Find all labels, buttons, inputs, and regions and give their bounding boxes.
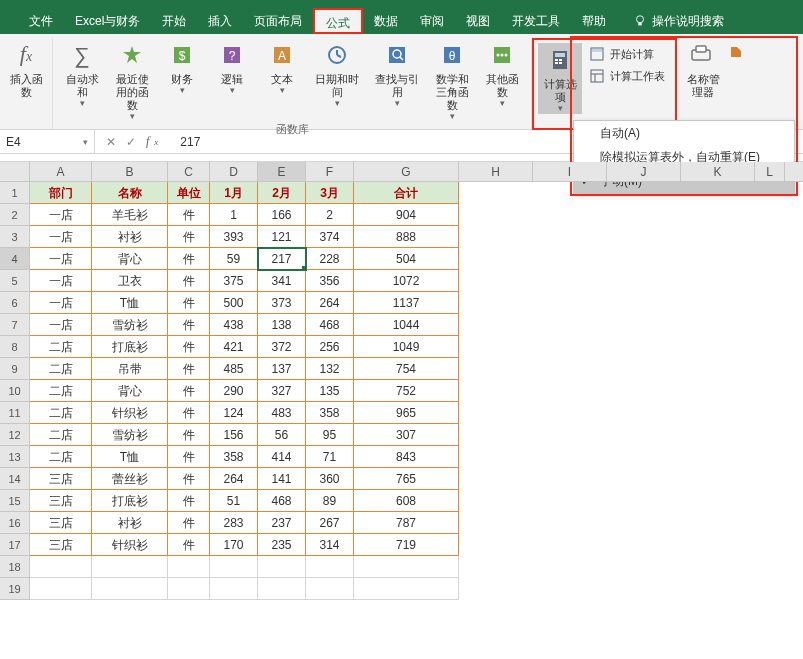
col-header[interactable]: F [306, 162, 354, 181]
data-cell[interactable]: 752 [354, 380, 459, 402]
row-header[interactable]: 13 [0, 446, 30, 468]
data-cell[interactable]: 888 [354, 226, 459, 248]
col-header[interactable]: D [210, 162, 258, 181]
data-cell[interactable]: 483 [258, 402, 306, 424]
row-header[interactable]: 12 [0, 424, 30, 446]
row-header[interactable]: 2 [0, 204, 30, 226]
data-cell[interactable]: 327 [258, 380, 306, 402]
data-cell[interactable]: 904 [354, 204, 459, 226]
data-cell[interactable]: 256 [306, 336, 354, 358]
data-cell[interactable]: 121 [258, 226, 306, 248]
data-cell[interactable]: 二店 [30, 446, 92, 468]
data-cell[interactable]: 228 [306, 248, 354, 270]
data-cell[interactable]: 358 [210, 446, 258, 468]
data-cell[interactable]: 1044 [354, 314, 459, 336]
tab-review[interactable]: 审阅 [409, 8, 455, 34]
data-cell[interactable]: 一店 [30, 226, 92, 248]
data-cell[interactable]: 217 [258, 248, 306, 270]
tab-page-layout[interactable]: 页面布局 [243, 8, 313, 34]
data-cell[interactable]: 290 [210, 380, 258, 402]
col-header[interactable]: E [258, 162, 306, 181]
col-header[interactable]: K [681, 162, 755, 181]
data-cell[interactable]: 237 [258, 512, 306, 534]
header-cell[interactable]: 单位 [168, 182, 210, 204]
define-name-button[interactable] [725, 42, 751, 62]
data-cell[interactable]: 124 [210, 402, 258, 424]
tab-home[interactable]: 开始 [151, 8, 197, 34]
data-cell[interactable]: 373 [258, 292, 306, 314]
row-header[interactable]: 7 [0, 314, 30, 336]
data-cell[interactable]: 468 [306, 314, 354, 336]
data-cell[interactable]: 356 [306, 270, 354, 292]
data-cell[interactable]: 1 [210, 204, 258, 226]
name-box[interactable]: E4 ▾ [0, 130, 95, 154]
cancel-formula-button[interactable]: ✕ [106, 135, 116, 149]
data-cell[interactable]: 765 [354, 468, 459, 490]
data-cell[interactable]: 件 [168, 204, 210, 226]
tab-insert[interactable]: 插入 [197, 8, 243, 34]
calc-menu-auto[interactable]: 自动(A) [574, 121, 794, 145]
data-cell[interactable]: 843 [354, 446, 459, 468]
data-cell[interactable]: 393 [210, 226, 258, 248]
data-cell[interactable]: 羊毛衫 [92, 204, 168, 226]
financial-button[interactable]: $ 财务 ▾ [157, 38, 207, 96]
header-cell[interactable]: 合计 [354, 182, 459, 204]
name-manager-button[interactable]: 名称管理器 [681, 38, 725, 101]
col-header[interactable]: C [168, 162, 210, 181]
data-cell[interactable]: 二店 [30, 424, 92, 446]
data-cell[interactable]: 485 [210, 358, 258, 380]
row-header[interactable]: 3 [0, 226, 30, 248]
header-cell[interactable]: 2月 [258, 182, 306, 204]
col-header[interactable]: H [459, 162, 533, 181]
col-header[interactable]: B [92, 162, 168, 181]
data-cell[interactable]: 59 [210, 248, 258, 270]
data-cell[interactable]: 蕾丝衫 [92, 468, 168, 490]
data-cell[interactable]: 375 [210, 270, 258, 292]
data-cell[interactable]: 件 [168, 402, 210, 424]
data-cell[interactable]: 1137 [354, 292, 459, 314]
calc-options-button[interactable]: 计算选项 ▾ [538, 43, 582, 114]
data-cell[interactable]: 56 [258, 424, 306, 446]
data-cell[interactable]: 787 [354, 512, 459, 534]
autosum-button[interactable]: ∑ 自动求和 ▾ [57, 38, 107, 109]
data-cell[interactable]: 一店 [30, 314, 92, 336]
data-cell[interactable]: 51 [210, 490, 258, 512]
data-cell[interactable]: 264 [306, 292, 354, 314]
header-cell[interactable]: 1月 [210, 182, 258, 204]
data-cell[interactable]: 件 [168, 424, 210, 446]
data-cell[interactable]: 一店 [30, 292, 92, 314]
data-cell[interactable]: 件 [168, 490, 210, 512]
data-cell[interactable]: 138 [258, 314, 306, 336]
date-time-button[interactable]: 日期和时间 ▾ [307, 38, 367, 109]
data-cell[interactable]: 三店 [30, 534, 92, 556]
data-cell[interactable]: 二店 [30, 336, 92, 358]
select-all-corner[interactable] [0, 162, 30, 181]
data-cell[interactable]: 雪纺衫 [92, 314, 168, 336]
data-cell[interactable]: 2 [306, 204, 354, 226]
col-header[interactable]: I [533, 162, 607, 181]
recent-functions-button[interactable]: 最近使用的函数 ▾ [107, 38, 157, 122]
calc-sheet-button[interactable]: 计算工作表 [582, 65, 671, 87]
text-button[interactable]: A 文本 ▾ [257, 38, 307, 96]
data-cell[interactable]: 二店 [30, 402, 92, 424]
data-cell[interactable]: 打底衫 [92, 490, 168, 512]
tellme-search[interactable]: 操作说明搜索 [622, 8, 735, 34]
data-cell[interactable]: T恤 [92, 292, 168, 314]
data-cell[interactable]: 235 [258, 534, 306, 556]
data-cell[interactable]: 针织衫 [92, 402, 168, 424]
data-cell[interactable]: 71 [306, 446, 354, 468]
tab-excel-finance[interactable]: Excel与财务 [64, 8, 151, 34]
data-cell[interactable]: 针织衫 [92, 534, 168, 556]
data-cell[interactable]: 打底衫 [92, 336, 168, 358]
data-cell[interactable]: 965 [354, 402, 459, 424]
data-cell[interactable]: 件 [168, 270, 210, 292]
tab-data[interactable]: 数据 [363, 8, 409, 34]
data-cell[interactable]: 608 [354, 490, 459, 512]
calc-now-button[interactable]: 开始计算 [582, 43, 671, 65]
row-header[interactable]: 15 [0, 490, 30, 512]
data-cell[interactable]: 283 [210, 512, 258, 534]
data-cell[interactable]: T恤 [92, 446, 168, 468]
data-cell[interactable]: 背心 [92, 248, 168, 270]
data-cell[interactable]: 件 [168, 380, 210, 402]
data-cell[interactable]: 二店 [30, 380, 92, 402]
